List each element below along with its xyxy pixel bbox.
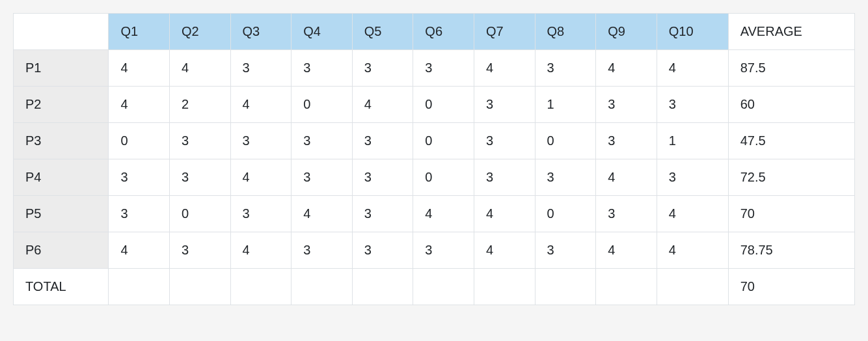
table-row: P2 4 2 4 0 4 0 3 1 3 3 60 (14, 87, 855, 123)
cell: 4 (596, 232, 657, 269)
row-label: P2 (14, 87, 109, 123)
table-row: P5 3 0 3 4 3 4 4 0 3 4 70 (14, 196, 855, 232)
column-header: Q5 (352, 14, 413, 50)
cell: 4 (596, 159, 657, 196)
cell: 4 (352, 87, 413, 123)
cell-empty (413, 269, 474, 305)
cell: 4 (474, 232, 535, 269)
total-label: TOTAL (14, 269, 109, 305)
cell: 2 (169, 87, 230, 123)
cell: 1 (535, 87, 596, 123)
cell: 3 (413, 232, 474, 269)
cell: 3 (413, 50, 474, 87)
cell: 4 (169, 50, 230, 87)
cell: 4 (474, 196, 535, 232)
cell: 0 (413, 123, 474, 159)
cell: 3 (474, 159, 535, 196)
average-cell: 60 (728, 87, 854, 123)
cell: 0 (535, 196, 596, 232)
cell: 4 (230, 87, 292, 123)
cell: 3 (292, 232, 353, 269)
cell: 3 (657, 159, 728, 196)
score-table: Q1 Q2 Q3 Q4 Q5 Q6 Q7 Q8 Q9 Q10 AVERAGE P… (13, 13, 855, 305)
cell: 3 (292, 123, 353, 159)
cell: 4 (413, 196, 474, 232)
cell: 4 (230, 232, 292, 269)
cell: 3 (230, 50, 292, 87)
cell-empty (169, 269, 230, 305)
cell: 0 (109, 123, 170, 159)
cell: 3 (535, 159, 596, 196)
row-label: P5 (14, 196, 109, 232)
cell: 3 (230, 123, 292, 159)
cell: 4 (596, 50, 657, 87)
row-label: P4 (14, 159, 109, 196)
cell: 0 (413, 87, 474, 123)
corner-cell (14, 14, 109, 50)
cell: 3 (352, 50, 413, 87)
cell: 3 (596, 123, 657, 159)
table-row: P1 4 4 3 3 3 3 4 3 4 4 87.5 (14, 50, 855, 87)
average-cell: 72.5 (728, 159, 854, 196)
cell: 3 (352, 123, 413, 159)
average-cell: 70 (728, 196, 854, 232)
cell: 3 (535, 50, 596, 87)
row-label: P6 (14, 232, 109, 269)
cell: 3 (230, 196, 292, 232)
cell: 3 (657, 87, 728, 123)
row-label: P3 (14, 123, 109, 159)
cell: 0 (292, 87, 353, 123)
cell: 3 (596, 196, 657, 232)
cell: 3 (109, 196, 170, 232)
cell: 3 (292, 50, 353, 87)
cell: 3 (535, 232, 596, 269)
column-header: Q1 (109, 14, 170, 50)
cell: 3 (352, 196, 413, 232)
cell: 4 (292, 196, 353, 232)
average-cell: 87.5 (728, 50, 854, 87)
cell: 4 (109, 87, 170, 123)
cell-empty (352, 269, 413, 305)
cell: 4 (230, 159, 292, 196)
cell: 3 (169, 159, 230, 196)
total-row: TOTAL 70 (14, 269, 855, 305)
cell: 4 (657, 232, 728, 269)
cell: 4 (657, 50, 728, 87)
total-average-cell: 70 (728, 269, 854, 305)
cell: 3 (352, 232, 413, 269)
cell: 3 (474, 123, 535, 159)
column-header: Q3 (230, 14, 292, 50)
cell: 3 (169, 232, 230, 269)
table-row: P3 0 3 3 3 3 0 3 0 3 1 47.5 (14, 123, 855, 159)
cell: 0 (535, 123, 596, 159)
row-label: P1 (14, 50, 109, 87)
cell: 4 (657, 196, 728, 232)
table-row: P6 4 3 4 3 3 3 4 3 4 4 78.75 (14, 232, 855, 269)
cell: 4 (474, 50, 535, 87)
cell-empty (596, 269, 657, 305)
column-header: Q8 (535, 14, 596, 50)
cell: 3 (292, 159, 353, 196)
average-cell: 47.5 (728, 123, 854, 159)
average-cell: 78.75 (728, 232, 854, 269)
column-header: Q2 (169, 14, 230, 50)
cell: 4 (109, 50, 170, 87)
cell-empty (109, 269, 170, 305)
cell-empty (657, 269, 728, 305)
cell: 3 (352, 159, 413, 196)
cell-empty (292, 269, 353, 305)
cell: 0 (413, 159, 474, 196)
cell: 4 (109, 232, 170, 269)
cell-empty (535, 269, 596, 305)
cell: 3 (596, 87, 657, 123)
cell: 3 (474, 87, 535, 123)
table-row: P4 3 3 4 3 3 0 3 3 4 3 72.5 (14, 159, 855, 196)
column-header: Q4 (292, 14, 353, 50)
column-header: Q10 (657, 14, 728, 50)
column-header: Q7 (474, 14, 535, 50)
cell: 1 (657, 123, 728, 159)
cell: 0 (169, 196, 230, 232)
average-header: AVERAGE (728, 14, 854, 50)
cell: 3 (169, 123, 230, 159)
column-header: Q6 (413, 14, 474, 50)
